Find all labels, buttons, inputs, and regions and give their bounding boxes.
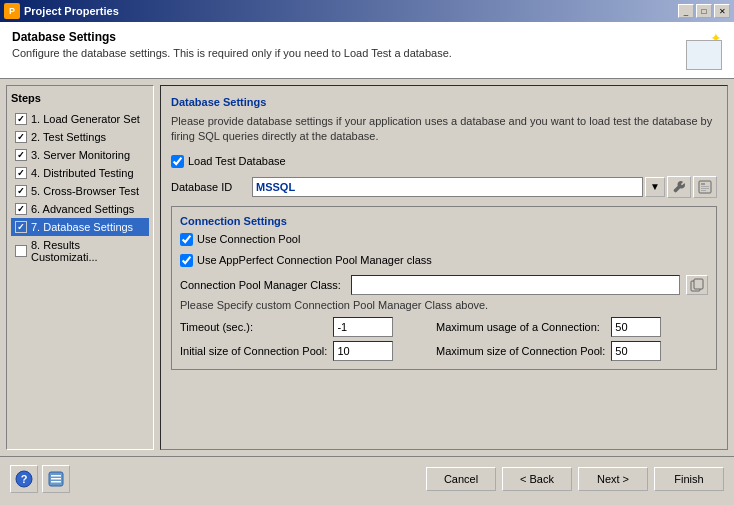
help-icon-button[interactable]: ?: [10, 465, 38, 493]
use-connection-pool-row: Use Connection Pool: [180, 233, 708, 246]
minimize-button[interactable]: _: [678, 4, 694, 18]
step-checkbox-3: [15, 149, 27, 161]
svg-rect-13: [51, 478, 61, 480]
wrench-icon: [672, 180, 686, 194]
use-appperfect-row: Use AppPerfect Connection Pool Manager c…: [180, 254, 708, 267]
db-section-title: Database Settings: [171, 96, 717, 108]
svg-rect-4: [701, 186, 709, 187]
titlebar: P Project Properties _ □ ✕: [0, 0, 734, 22]
step-item-3[interactable]: 3. Server Monitoring: [11, 146, 149, 164]
timeout-label: Timeout (sec.):: [180, 321, 327, 333]
svg-rect-8: [694, 279, 703, 289]
database-id-row: Database ID ▼: [171, 176, 717, 198]
step-checkbox-1: [15, 113, 27, 125]
max-size-label: Maximum size of Connection Pool:: [436, 345, 605, 357]
step-label-5: 5. Cross-Browser Test: [31, 185, 139, 197]
use-connection-pool-checkbox[interactable]: [180, 233, 193, 246]
info-icon: [698, 180, 712, 194]
step-checkbox-5: [15, 185, 27, 197]
icon-box: [686, 40, 722, 70]
step-label-4: 4. Distributed Testing: [31, 167, 134, 179]
right-panel: Database Settings Please provide databas…: [160, 85, 728, 450]
database-id-dropdown-arrow[interactable]: ▼: [645, 177, 665, 197]
titlebar-title: Project Properties: [24, 5, 674, 17]
step-item-4[interactable]: 4. Distributed Testing: [11, 164, 149, 182]
svg-text:P: P: [9, 6, 15, 16]
step-label-8: 8. Results Customizati...: [31, 239, 145, 263]
header-description: Configure the database settings. This is…: [12, 47, 452, 59]
next-button[interactable]: Next >: [578, 467, 648, 491]
svg-rect-14: [51, 481, 61, 483]
hint-text: Please Specify custom Connection Pool Ma…: [180, 299, 708, 311]
content-area: Steps 1. Load Generator Set 2. Test Sett…: [6, 85, 728, 450]
step-item-8[interactable]: 8. Results Customizati...: [11, 236, 149, 266]
pool-manager-class-label: Connection Pool Manager Class:: [180, 279, 345, 291]
database-id-input[interactable]: [252, 177, 643, 197]
settings-icon: [47, 470, 65, 488]
use-connection-pool-label: Use Connection Pool: [197, 233, 300, 245]
steps-panel: Steps 1. Load Generator Set 2. Test Sett…: [6, 85, 154, 450]
main-content: Steps 1. Load Generator Set 2. Test Sett…: [0, 79, 734, 456]
info-icon-button[interactable]: [693, 176, 717, 198]
step-label-7: 7. Database Settings: [31, 221, 133, 233]
svg-text:?: ?: [21, 473, 28, 485]
use-appperfect-label: Use AppPerfect Connection Pool Manager c…: [197, 254, 432, 266]
load-test-checkbox-row: Load Test Database: [171, 155, 717, 168]
step-item-2[interactable]: 2. Test Settings: [11, 128, 149, 146]
connection-settings-title: Connection Settings: [180, 215, 708, 227]
load-test-checkbox[interactable]: [171, 155, 184, 168]
step-checkbox-4: [15, 167, 27, 179]
max-usage-label: Maximum usage of a Connection:: [436, 321, 605, 333]
steps-title: Steps: [11, 92, 149, 104]
connection-settings-box: Connection Settings Use Connection Pool …: [171, 206, 717, 370]
svg-rect-12: [51, 475, 61, 477]
load-test-label: Load Test Database: [188, 155, 286, 167]
step-label-2: 2. Test Settings: [31, 131, 106, 143]
step-checkbox-6: [15, 203, 27, 215]
use-appperfect-checkbox[interactable]: [180, 254, 193, 267]
cancel-button[interactable]: Cancel: [426, 467, 496, 491]
window-controls: _ □ ✕: [678, 4, 730, 18]
bottom-left-icons: ?: [10, 465, 420, 493]
initial-size-label: Initial size of Connection Pool:: [180, 345, 327, 357]
step-label-6: 6. Advanced Settings: [31, 203, 134, 215]
db-description: Please provide database settings if your…: [171, 114, 717, 145]
step-checkbox-2: [15, 131, 27, 143]
svg-rect-5: [701, 188, 709, 189]
initial-size-input[interactable]: [333, 341, 393, 361]
settings-icon-button[interactable]: [42, 465, 70, 493]
timeout-input[interactable]: [333, 317, 393, 337]
header-icon: ✦: [672, 30, 722, 70]
pool-manager-class-input[interactable]: [351, 275, 680, 295]
header-text: Database Settings Configure the database…: [12, 30, 452, 59]
bottom-bar: ? Cancel < Back Next > Finish: [0, 456, 734, 500]
max-size-input[interactable]: [611, 341, 661, 361]
step-label-1: 1. Load Generator Set: [31, 113, 140, 125]
help-icon: ?: [15, 470, 33, 488]
step-item-6[interactable]: 6. Advanced Settings: [11, 200, 149, 218]
copy-icon: [690, 278, 704, 292]
finish-button[interactable]: Finish: [654, 467, 724, 491]
header-title: Database Settings: [12, 30, 452, 44]
form-grid: Timeout (sec.): Maximum usage of a Conne…: [180, 317, 708, 361]
app-icon: P: [4, 3, 20, 19]
database-id-input-wrap: ▼: [252, 176, 717, 198]
header: Database Settings Configure the database…: [0, 22, 734, 79]
pool-manager-class-row: Connection Pool Manager Class:: [180, 275, 708, 295]
wrench-icon-button[interactable]: [667, 176, 691, 198]
close-button[interactable]: ✕: [714, 4, 730, 18]
step-item-1[interactable]: 1. Load Generator Set: [11, 110, 149, 128]
step-item-7[interactable]: 7. Database Settings: [11, 218, 149, 236]
max-usage-input[interactable]: [611, 317, 661, 337]
svg-rect-3: [701, 183, 705, 185]
maximize-button[interactable]: □: [696, 4, 712, 18]
step-label-3: 3. Server Monitoring: [31, 149, 130, 161]
step-checkbox-8: [15, 245, 27, 257]
back-button[interactable]: < Back: [502, 467, 572, 491]
copy-icon-button[interactable]: [686, 275, 708, 295]
svg-rect-6: [701, 190, 706, 191]
step-checkbox-7: [15, 221, 27, 233]
database-id-label: Database ID: [171, 181, 246, 193]
step-item-5[interactable]: 5. Cross-Browser Test: [11, 182, 149, 200]
